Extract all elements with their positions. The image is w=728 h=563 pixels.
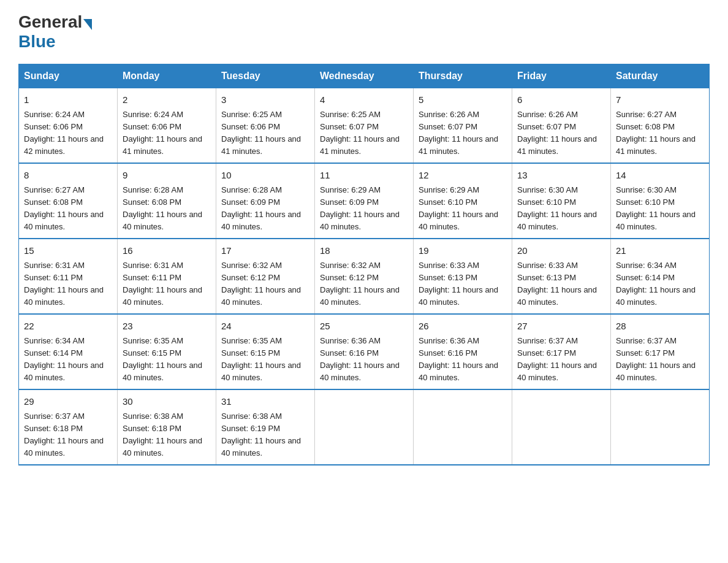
day-info: Sunrise: 6:26 AMSunset: 6:07 PMDaylight:…: [419, 109, 507, 158]
calendar-cell: 31Sunrise: 6:38 AMSunset: 6:19 PMDayligh…: [216, 389, 315, 465]
calendar-cell: 19Sunrise: 6:33 AMSunset: 6:13 PMDayligh…: [414, 239, 512, 314]
day-info: Sunrise: 6:24 AMSunset: 6:06 PMDaylight:…: [24, 109, 112, 158]
calendar-cell: 23Sunrise: 6:35 AMSunset: 6:15 PMDayligh…: [118, 314, 216, 389]
day-number: 1: [24, 93, 112, 107]
day-number: 8: [24, 169, 112, 183]
weekday-header-saturday: Saturday: [611, 64, 710, 88]
day-number: 13: [517, 169, 605, 183]
calendar-cell: 22Sunrise: 6:34 AMSunset: 6:14 PMDayligh…: [19, 314, 118, 389]
day-info: Sunrise: 6:36 AMSunset: 6:16 PMDaylight:…: [419, 335, 507, 385]
calendar-week-row: 1Sunrise: 6:24 AMSunset: 6:06 PMDaylight…: [19, 88, 710, 164]
calendar-week-row: 15Sunrise: 6:31 AMSunset: 6:11 PMDayligh…: [19, 239, 710, 314]
calendar-cell: 17Sunrise: 6:32 AMSunset: 6:12 PMDayligh…: [216, 239, 315, 314]
logo-blue-text: Blue: [18, 32, 56, 52]
weekday-header-row: SundayMondayTuesdayWednesdayThursdayFrid…: [19, 64, 710, 88]
calendar-cell: 24Sunrise: 6:35 AMSunset: 6:15 PMDayligh…: [216, 314, 315, 389]
day-info: Sunrise: 6:36 AMSunset: 6:16 PMDaylight:…: [320, 335, 408, 385]
day-number: 17: [221, 244, 309, 258]
weekday-header-friday: Friday: [512, 64, 611, 88]
calendar-cell: 2Sunrise: 6:24 AMSunset: 6:06 PMDaylight…: [118, 88, 216, 164]
day-number: 12: [419, 169, 507, 183]
day-number: 24: [221, 320, 309, 334]
calendar-cell: 9Sunrise: 6:28 AMSunset: 6:08 PMDaylight…: [118, 163, 216, 239]
day-number: 10: [221, 169, 309, 183]
day-number: 15: [24, 244, 112, 258]
day-info: Sunrise: 6:33 AMSunset: 6:13 PMDaylight:…: [517, 259, 605, 309]
calendar-cell: 27Sunrise: 6:37 AMSunset: 6:17 PMDayligh…: [512, 314, 611, 389]
calendar-cell: 3Sunrise: 6:25 AMSunset: 6:06 PMDaylight…: [216, 88, 315, 164]
day-info: Sunrise: 6:29 AMSunset: 6:10 PMDaylight:…: [419, 184, 507, 234]
day-info: Sunrise: 6:35 AMSunset: 6:15 PMDaylight:…: [221, 335, 309, 385]
day-number: 29: [24, 395, 112, 409]
day-info: Sunrise: 6:34 AMSunset: 6:14 PMDaylight:…: [616, 259, 704, 309]
calendar-cell: 20Sunrise: 6:33 AMSunset: 6:13 PMDayligh…: [512, 239, 611, 314]
day-number: 16: [123, 244, 211, 258]
day-info: Sunrise: 6:38 AMSunset: 6:19 PMDaylight:…: [221, 410, 309, 460]
day-info: Sunrise: 6:25 AMSunset: 6:06 PMDaylight:…: [221, 109, 309, 158]
day-info: Sunrise: 6:37 AMSunset: 6:18 PMDaylight:…: [24, 410, 112, 460]
calendar-cell: 30Sunrise: 6:38 AMSunset: 6:18 PMDayligh…: [118, 389, 216, 465]
day-number: 23: [123, 320, 211, 334]
day-info: Sunrise: 6:30 AMSunset: 6:10 PMDaylight:…: [517, 184, 605, 234]
day-number: 27: [517, 320, 605, 334]
calendar-week-row: 22Sunrise: 6:34 AMSunset: 6:14 PMDayligh…: [19, 314, 710, 389]
day-info: Sunrise: 6:32 AMSunset: 6:12 PMDaylight:…: [221, 259, 309, 309]
calendar-cell: 28Sunrise: 6:37 AMSunset: 6:17 PMDayligh…: [611, 314, 710, 389]
page-header: General Blue: [18, 12, 710, 52]
day-number: 4: [320, 93, 408, 107]
calendar-cell: 12Sunrise: 6:29 AMSunset: 6:10 PMDayligh…: [414, 163, 512, 239]
day-info: Sunrise: 6:27 AMSunset: 6:08 PMDaylight:…: [616, 109, 704, 158]
calendar-cell: 15Sunrise: 6:31 AMSunset: 6:11 PMDayligh…: [19, 239, 118, 314]
day-number: 11: [320, 169, 408, 183]
day-info: Sunrise: 6:37 AMSunset: 6:17 PMDaylight:…: [517, 335, 605, 385]
day-number: 9: [123, 169, 211, 183]
day-info: Sunrise: 6:33 AMSunset: 6:13 PMDaylight:…: [419, 259, 507, 309]
day-info: Sunrise: 6:30 AMSunset: 6:10 PMDaylight:…: [616, 184, 704, 234]
logo: General Blue: [18, 12, 93, 52]
calendar-cell: 8Sunrise: 6:27 AMSunset: 6:08 PMDaylight…: [19, 163, 118, 239]
day-number: 18: [320, 244, 408, 258]
calendar-cell: 16Sunrise: 6:31 AMSunset: 6:11 PMDayligh…: [118, 239, 216, 314]
day-info: Sunrise: 6:29 AMSunset: 6:09 PMDaylight:…: [320, 184, 408, 234]
day-info: Sunrise: 6:32 AMSunset: 6:12 PMDaylight:…: [320, 259, 408, 309]
day-number: 7: [616, 93, 704, 107]
calendar-cell: [414, 389, 512, 465]
logo-general-text: General: [18, 12, 82, 32]
calendar-cell: 13Sunrise: 6:30 AMSunset: 6:10 PMDayligh…: [512, 163, 611, 239]
calendar-cell: 6Sunrise: 6:26 AMSunset: 6:07 PMDaylight…: [512, 88, 611, 164]
calendar-cell: 18Sunrise: 6:32 AMSunset: 6:12 PMDayligh…: [315, 239, 414, 314]
calendar-cell: 25Sunrise: 6:36 AMSunset: 6:16 PMDayligh…: [315, 314, 414, 389]
day-info: Sunrise: 6:27 AMSunset: 6:08 PMDaylight:…: [24, 184, 112, 234]
day-info: Sunrise: 6:34 AMSunset: 6:14 PMDaylight:…: [24, 335, 112, 385]
day-number: 20: [517, 244, 605, 258]
day-number: 31: [221, 395, 309, 409]
calendar-cell: 10Sunrise: 6:28 AMSunset: 6:09 PMDayligh…: [216, 163, 315, 239]
day-number: 26: [419, 320, 507, 334]
calendar-cell: 29Sunrise: 6:37 AMSunset: 6:18 PMDayligh…: [19, 389, 118, 465]
calendar-cell: 26Sunrise: 6:36 AMSunset: 6:16 PMDayligh…: [414, 314, 512, 389]
day-number: 3: [221, 93, 309, 107]
day-number: 28: [616, 320, 704, 334]
calendar-table: SundayMondayTuesdayWednesdayThursdayFrid…: [18, 64, 710, 465]
calendar-cell: 11Sunrise: 6:29 AMSunset: 6:09 PMDayligh…: [315, 163, 414, 239]
calendar-week-row: 29Sunrise: 6:37 AMSunset: 6:18 PMDayligh…: [19, 389, 710, 465]
weekday-header-thursday: Thursday: [414, 64, 512, 88]
calendar-cell: 1Sunrise: 6:24 AMSunset: 6:06 PMDaylight…: [19, 88, 118, 164]
day-number: 22: [24, 320, 112, 334]
day-number: 30: [123, 395, 211, 409]
day-info: Sunrise: 6:28 AMSunset: 6:08 PMDaylight:…: [123, 184, 211, 234]
day-info: Sunrise: 6:25 AMSunset: 6:07 PMDaylight:…: [320, 109, 408, 158]
day-info: Sunrise: 6:26 AMSunset: 6:07 PMDaylight:…: [517, 109, 605, 158]
day-info: Sunrise: 6:38 AMSunset: 6:18 PMDaylight:…: [123, 410, 211, 460]
day-number: 5: [419, 93, 507, 107]
day-number: 6: [517, 93, 605, 107]
calendar-cell: [611, 389, 710, 465]
day-info: Sunrise: 6:31 AMSunset: 6:11 PMDaylight:…: [123, 259, 211, 309]
day-number: 14: [616, 169, 704, 183]
calendar-week-row: 8Sunrise: 6:27 AMSunset: 6:08 PMDaylight…: [19, 163, 710, 239]
day-number: 2: [123, 93, 211, 107]
calendar-cell: [512, 389, 611, 465]
logo-arrow-icon: [83, 19, 92, 30]
day-number: 19: [419, 244, 507, 258]
weekday-header-tuesday: Tuesday: [216, 64, 315, 88]
